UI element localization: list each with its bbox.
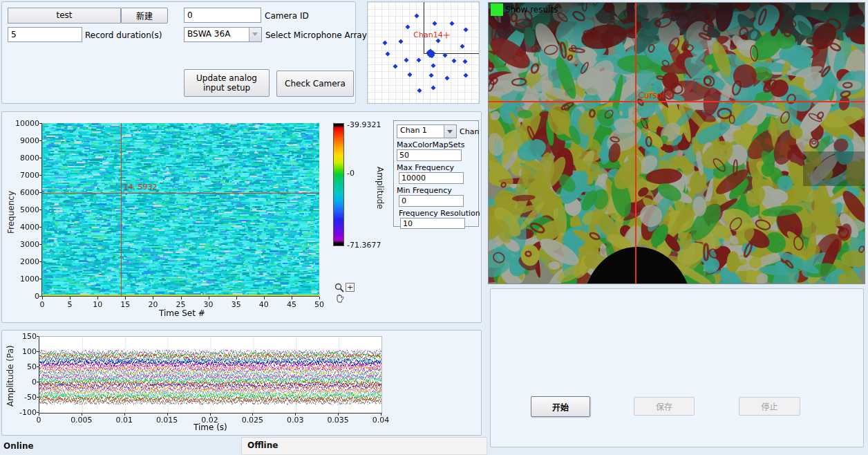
- x-tick-label: 0.035: [327, 416, 349, 425]
- maxcolormapsets-input[interactable]: 50: [397, 149, 462, 161]
- mic-dot: [445, 76, 450, 81]
- spectrogram-plot[interactable]: 14, 5932: [41, 123, 319, 297]
- y-tick-label: 10000: [12, 119, 39, 128]
- zoom-tool-icon[interactable]: [334, 283, 344, 295]
- x-tick-mark: [125, 297, 126, 299]
- camera-id-input[interactable]: 0: [184, 8, 261, 23]
- mic-dot: [382, 40, 387, 45]
- y-tick-mark: [37, 382, 39, 382]
- colorbar-max-label: -39.9321: [347, 120, 381, 129]
- x-tick-label: 0.025: [242, 416, 264, 425]
- y-tick-mark: [39, 175, 41, 176]
- y-tick-label: -100: [10, 408, 37, 417]
- y-tick-mark: [37, 397, 39, 398]
- test-name-field[interactable]: test: [8, 8, 121, 24]
- x-tick-label: 0.015: [156, 416, 178, 425]
- y-tick-label: 5000: [12, 205, 39, 214]
- record-duration-input[interactable]: 5: [8, 27, 82, 42]
- waveform-panel: Amplitude (Pa) 150100500-50-100 00.0050.…: [1, 330, 482, 436]
- mic-array-select[interactable]: BSWA 36A: [184, 27, 262, 42]
- show-results-label: Show results: [505, 5, 558, 15]
- camera-image: [489, 3, 865, 284]
- y-tick-mark: [39, 227, 41, 228]
- x-tick-label: 5: [68, 300, 73, 309]
- mic-dot: [463, 59, 468, 64]
- spectrogram-cursor-horizontal-line[interactable]: [42, 193, 319, 194]
- mic-dot: [405, 24, 410, 29]
- channel-select[interactable]: Chan 1: [397, 124, 457, 138]
- chevron-down-icon[interactable]: [249, 28, 261, 41]
- maxcolormapsets-label: MaxColorMapSets: [397, 140, 464, 149]
- config-panel: test 新建 5 Record duration(s) 0 Camera ID…: [1, 1, 356, 104]
- waveform-x-axis-title: Time (s): [194, 423, 227, 432]
- show-results-checkbox[interactable]: [491, 3, 503, 16]
- y-tick-mark: [39, 244, 41, 245]
- update-analog-input-button[interactable]: Update analog input setup: [184, 69, 270, 97]
- mic-dot: [398, 39, 403, 44]
- x-tick-label: 0.04: [372, 416, 390, 425]
- stop-button[interactable]: 停止: [739, 397, 800, 416]
- colorbar-min-label: -71.3677: [347, 241, 381, 250]
- mic-dot: [460, 44, 465, 48]
- x-tick-mark: [70, 297, 70, 299]
- x-tick-label: 15: [120, 300, 130, 309]
- mic-dot: [417, 89, 422, 93]
- channel-label: Chan: [460, 127, 479, 136]
- amplitude-colorbar: [333, 123, 344, 246]
- spectrogram-cursor-vertical-line[interactable]: [121, 123, 122, 296]
- camera-acoustic-view[interactable]: Cursor 0 Show results: [488, 2, 865, 284]
- chevron-down-icon[interactable]: [444, 125, 456, 138]
- mic-cursor-cross-icon[interactable]: [444, 32, 450, 38]
- y-tick-label: 2000: [12, 257, 39, 266]
- max-frequency-input[interactable]: 10000: [399, 172, 464, 184]
- mic-cursor-label: Chan14: [413, 30, 442, 39]
- spectrogram-controls-group: Chan 1 Chan MaxColorMapSets 50 Max Frequ…: [393, 120, 479, 227]
- acoustic-camera-app: { "config": { "test_field": "test", "new…: [0, 0, 868, 455]
- y-tick-mark: [39, 210, 41, 210]
- colorbar-axis-title: Amplitude: [375, 150, 385, 226]
- mic-dot: [429, 73, 434, 78]
- spectrogram-x-axis-title: Time Set #: [159, 308, 205, 318]
- x-tick-label: 0.005: [70, 416, 93, 425]
- zoom-in-tool-icon[interactable]: +: [346, 283, 355, 292]
- y-tick-mark: [37, 366, 39, 367]
- camera-cursor-vertical-line[interactable]: [635, 3, 636, 284]
- x-tick-mark: [181, 297, 182, 299]
- y-tick-mark: [37, 351, 39, 352]
- camera-cursor-horizontal-line[interactable]: [489, 101, 865, 102]
- x-tick-label: 40: [259, 300, 269, 309]
- camera-cursor-label: Cursor 0: [638, 91, 673, 100]
- x-tick-label: 0: [40, 300, 45, 309]
- y-tick-label: 4000: [12, 223, 39, 232]
- channel-selected-value: Chan 1: [400, 126, 427, 135]
- mic-dot: [431, 64, 436, 68]
- start-button[interactable]: 开始: [531, 396, 590, 417]
- check-camera-button[interactable]: Check Camera: [276, 71, 354, 97]
- mic-dot: [464, 73, 469, 78]
- mic-dot: [404, 58, 408, 63]
- frequency-resolution-input[interactable]: 10: [400, 218, 465, 229]
- x-tick-mark: [42, 297, 43, 299]
- y-tick-mark: [39, 261, 41, 262]
- y-tick-label: 150: [10, 332, 37, 341]
- waveform-plot[interactable]: [39, 336, 382, 414]
- y-tick-label: 100: [10, 347, 37, 356]
- save-button[interactable]: 保存: [634, 397, 695, 416]
- x-tick-label: 0.01: [116, 416, 133, 425]
- mic-array-plot: Chan14: [367, 1, 480, 104]
- mic-array-label: Select Microphone Array: [265, 30, 367, 40]
- y-tick-label: 50: [10, 362, 37, 371]
- x-tick-label: 50: [314, 300, 324, 309]
- mic-dot: [452, 59, 457, 64]
- x-tick-mark: [292, 297, 292, 299]
- new-button[interactable]: 新建: [121, 8, 168, 24]
- mic-dot: [385, 52, 390, 57]
- x-tick-mark: [236, 297, 237, 299]
- min-frequency-input[interactable]: 0: [399, 195, 464, 207]
- online-status-text: Online: [3, 441, 34, 451]
- pan-hand-tool-icon[interactable]: [335, 294, 344, 306]
- y-tick-mark: [37, 336, 39, 337]
- mic-plot-y-axis: [424, 2, 424, 53]
- y-tick-label: 6000: [12, 188, 39, 197]
- max-frequency-label: Max Frequency: [397, 163, 454, 172]
